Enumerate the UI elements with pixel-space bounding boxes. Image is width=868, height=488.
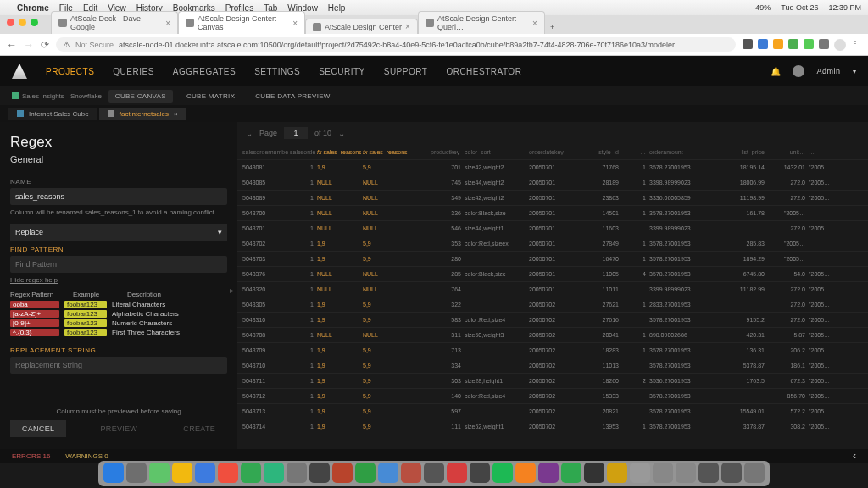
column-header[interactable]: style_id <box>580 149 620 155</box>
close-icon[interactable]: × <box>165 19 170 28</box>
profile-icon[interactable] <box>834 39 846 51</box>
table-row[interactable]: 504331011,95,9583color:Red,size420050702… <box>237 312 868 327</box>
column-header[interactable]: … <box>620 149 648 155</box>
address-bar[interactable]: ⚠ Not Secure atscale-node-01.docker.infr… <box>56 37 736 52</box>
table-row[interactable]: 50437001NULLNULL336color:Black,size20050… <box>237 205 868 220</box>
window-controls[interactable] <box>7 19 38 26</box>
column-header[interactable]: fxsales_reasons <box>361 149 429 155</box>
new-tab-button[interactable]: + <box>545 20 559 34</box>
dock-app-icon[interactable] <box>149 463 170 483</box>
dock-app-icon[interactable] <box>561 463 581 483</box>
dock-app-icon[interactable] <box>126 463 147 483</box>
column-header[interactable]: … <box>807 149 844 155</box>
dock-app-icon[interactable] <box>492 463 513 483</box>
chevron-down-icon[interactable]: ⌄ <box>338 129 345 138</box>
ext-icon[interactable] <box>743 39 753 49</box>
ext-icon[interactable] <box>788 39 798 49</box>
cube-tab[interactable]: Internet Sales Cube <box>8 108 97 120</box>
column-header[interactable]: salesorderlinenumber <box>288 149 315 155</box>
column-header[interactable]: unit… <box>766 149 807 155</box>
table-row[interactable]: 504370311,95,9280200507011647013578.2700… <box>237 251 868 266</box>
nav-queries[interactable]: QUERIES <box>113 67 154 76</box>
browser-tab[interactable]: AtScale Design Center: Canvas× <box>178 11 305 34</box>
browser-tab[interactable]: AtScale Deck - Dave - Google× <box>51 11 178 34</box>
table-row[interactable]: 504330511,95,9322200507022762112833.2700… <box>237 297 868 312</box>
column-header[interactable]: orderdatekey <box>527 149 580 155</box>
menubar-app[interactable]: Chrome <box>17 3 49 13</box>
dock-app-icon[interactable] <box>355 463 376 483</box>
close-icon[interactable]: × <box>174 110 178 118</box>
nav-support[interactable]: SUPPORT <box>384 67 428 76</box>
table-row[interactable]: 504308111,95,9701size42,weight2200507017… <box>237 159 868 175</box>
dock-app-icon[interactable] <box>241 463 261 483</box>
column-header[interactable]: orderamount <box>648 149 719 155</box>
breadcrumb[interactable]: Sales Insights - Snowflake <box>12 92 102 100</box>
menu-help[interactable]: Help <box>328 3 346 13</box>
dock-app-icon[interactable] <box>653 463 673 483</box>
dock-app-icon[interactable] <box>721 463 742 483</box>
replacement-input[interactable] <box>10 357 227 374</box>
dock-app-icon[interactable] <box>607 463 627 483</box>
table-row[interactable]: 504371211,95,9140color:Red,size420050702… <box>237 388 868 403</box>
chevron-left-icon[interactable]: ‹ <box>853 450 856 462</box>
column-header[interactable]: color_sort <box>463 149 527 155</box>
chevron-down-icon[interactable]: ⌄ <box>246 129 253 138</box>
dock-app-icon[interactable] <box>698 463 719 483</box>
minimize-window-icon[interactable] <box>19 19 26 26</box>
dock-app-icon[interactable] <box>287 463 307 483</box>
atscale-logo-icon[interactable] <box>12 64 27 79</box>
close-icon[interactable]: × <box>532 19 537 28</box>
dock-app-icon[interactable] <box>309 463 330 483</box>
dock-app-icon[interactable] <box>424 463 444 483</box>
close-icon[interactable]: × <box>405 22 410 31</box>
table-row[interactable]: 504370911,95,9713200507021828313578.2700… <box>237 342 868 358</box>
dock-app-icon[interactable] <box>744 463 765 483</box>
dock-app-icon[interactable] <box>447 463 467 483</box>
table-row[interactable]: 50437011NULLNULL546size44,weight12005070… <box>237 220 868 236</box>
name-input[interactable] <box>10 188 227 205</box>
zoom-window-icon[interactable] <box>31 19 38 26</box>
browser-tab[interactable]: AtScale Design Center× <box>305 19 418 34</box>
table-row[interactable]: 50430851NULLNULL745size44,weight22005070… <box>237 175 868 190</box>
table-row[interactable]: 504370211,95,9353color:Red,sizeex2005070… <box>237 236 868 251</box>
action-select[interactable]: Replace▾ <box>10 224 227 241</box>
dock-app-icon[interactable] <box>195 463 215 483</box>
kebab-icon[interactable]: ⋮ <box>851 39 861 49</box>
nav-security[interactable]: SECURITY <box>319 67 365 76</box>
dock-app-icon[interactable] <box>470 463 490 483</box>
ext-icon[interactable] <box>758 39 768 49</box>
cube-tab[interactable]: factinternetsales× <box>99 108 186 120</box>
table-row[interactable]: 504371111,95,9303size28,height1200507021… <box>237 373 868 388</box>
dock-app-icon[interactable] <box>332 463 353 483</box>
dock-app-icon[interactable] <box>401 463 421 483</box>
ext-icon[interactable] <box>773 39 783 49</box>
back-icon[interactable]: ← <box>7 39 17 51</box>
ext-icon[interactable] <box>804 39 814 49</box>
table-row[interactable]: 504371011,95,933420050702110133578.27001… <box>237 358 868 373</box>
nav-settings[interactable]: SETTINGS <box>254 67 300 76</box>
dock-app-icon[interactable] <box>172 463 192 483</box>
table-row[interactable]: 50433761NULLNULL285color:Black,size20050… <box>237 266 868 281</box>
dock-app-icon[interactable] <box>218 463 238 483</box>
table-row[interactable]: 504371311,95,959720050702208213578.27001… <box>237 403 868 419</box>
warnings-badge[interactable]: WARNINGS 0 <box>65 452 108 460</box>
table-row[interactable]: 50433201NULLNULL76420050701110113399.989… <box>237 281 868 297</box>
nav-aggregates[interactable]: AGGREGATES <box>173 67 236 76</box>
tab-cube-canvas[interactable]: CUBE CANVAS <box>108 90 173 103</box>
tab-cube-data-preview[interactable]: CUBE DATA PREVIEW <box>248 90 337 103</box>
find-input[interactable] <box>10 256 227 273</box>
table-row[interactable]: 50430891NULLNULL349size42,weight22005070… <box>237 190 868 205</box>
tab-cube-matrix[interactable]: CUBE MATRIX <box>180 90 242 103</box>
errors-badge[interactable]: ERRORS 16 <box>12 452 50 460</box>
dock-app-icon[interactable] <box>676 463 696 483</box>
bell-icon[interactable]: 🔔 <box>771 67 782 76</box>
cancel-button[interactable]: CANCEL <box>10 420 66 437</box>
dock-app-icon[interactable] <box>584 463 604 483</box>
browser-tab[interactable]: AtScale Design Center: Queri…× <box>418 11 545 34</box>
page-input[interactable] <box>284 127 308 139</box>
forward-icon[interactable]: → <box>24 39 34 51</box>
preview-button[interactable]: PREVIEW <box>89 420 150 437</box>
dock-app-icon[interactable] <box>264 463 284 483</box>
user-label[interactable]: Admin <box>816 67 840 75</box>
dock-app-icon[interactable] <box>378 463 398 483</box>
